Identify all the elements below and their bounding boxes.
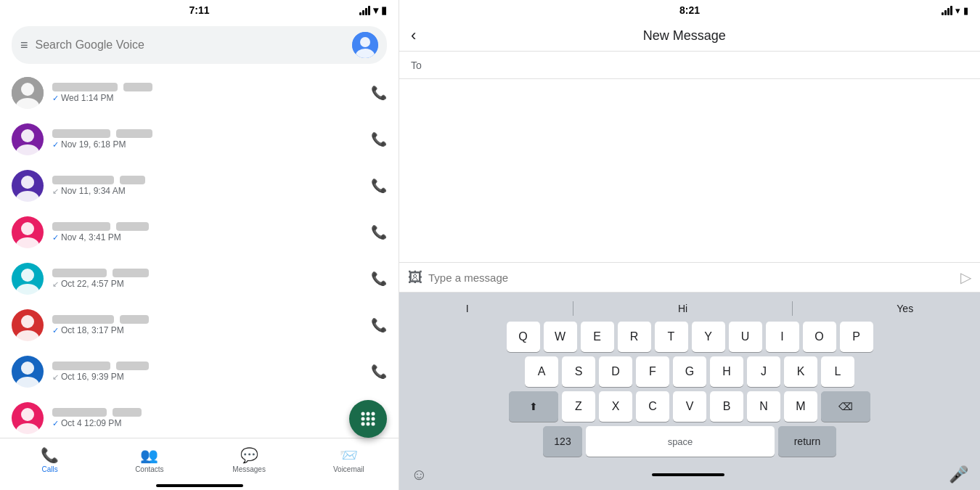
to-input[interactable] — [428, 59, 968, 71]
key-m[interactable]: M — [784, 391, 817, 422]
key-j[interactable]: J — [747, 356, 780, 387]
key-n[interactable]: N — [747, 391, 780, 422]
return-key[interactable]: return — [778, 426, 836, 457]
key-c[interactable]: C — [636, 391, 669, 422]
contact-info: ✓ Nov 4, 3:41 PM — [52, 222, 362, 242]
suggestion-hi[interactable]: Hi — [666, 300, 699, 317]
contact-info: ✓ Nov 19, 6:18 PM — [52, 129, 362, 150]
messages-icon: 💬 — [240, 446, 258, 464]
page-title: New Message — [428, 28, 941, 44]
key-i[interactable]: I — [766, 322, 799, 352]
back-button[interactable]: ‹ — [411, 26, 416, 45]
contact-info: ✓ Oct 18, 3:17 PM — [52, 315, 362, 335]
list-item[interactable]: ✓ Wed 1:14 PM 📞 — [0, 70, 399, 116]
key-y[interactable]: Y — [692, 322, 725, 352]
key-v[interactable]: V — [673, 391, 706, 422]
key-k[interactable]: K — [784, 356, 817, 387]
suggestion-yes[interactable]: Yes — [885, 300, 925, 317]
message-input[interactable] — [428, 271, 955, 284]
svg-point-10 — [21, 176, 34, 189]
menu-icon[interactable]: ≡ — [20, 38, 28, 53]
list-item[interactable]: ↙ Oct 22, 4:57 PM 📞 — [0, 256, 399, 302]
list-item[interactable]: ✓ Oct 4 12:09 PM 📞 — [0, 395, 399, 438]
check-icon: ↙ — [52, 187, 59, 196]
key-x[interactable]: X — [599, 391, 632, 422]
phone-icon[interactable]: 📞 — [371, 85, 387, 101]
contact-time: ✓ Nov 19, 6:18 PM — [52, 139, 362, 150]
wifi-icon: ▾ — [955, 5, 960, 16]
key-o[interactable]: O — [803, 322, 836, 352]
signal-icon — [942, 6, 952, 15]
svg-point-4 — [21, 83, 34, 96]
dialpad-fab[interactable] — [349, 400, 387, 438]
svg-point-16 — [21, 269, 34, 282]
send-button[interactable]: ▷ — [960, 269, 971, 286]
key-t[interactable]: T — [655, 322, 688, 352]
key-w[interactable]: W — [544, 322, 577, 352]
list-item[interactable]: ✓ Oct 18, 3:17 PM 📞 — [0, 302, 399, 348]
key-b[interactable]: B — [710, 391, 743, 422]
nav-voicemail[interactable]: 📨 Voicemail — [299, 446, 399, 473]
key-f[interactable]: F — [636, 356, 669, 387]
new-message-header: ‹ New Message — [399, 20, 980, 52]
svg-point-33 — [362, 417, 365, 421]
list-item[interactable]: ✓ Nov 4, 3:41 PM 📞 — [0, 209, 399, 256]
suggestion-i[interactable]: I — [454, 300, 481, 317]
search-bar[interactable]: ≡ — [12, 26, 387, 64]
contact-info: ↙ Oct 22, 4:57 PM — [52, 269, 362, 289]
avatar — [12, 263, 44, 295]
right-status-icons: ▾ ▮ — [942, 5, 968, 16]
nav-messages[interactable]: 💬 Messages — [200, 446, 299, 473]
key-h[interactable]: H — [710, 356, 743, 387]
contact-time: ✓ Wed 1:14 PM — [52, 93, 362, 103]
avatar[interactable] — [352, 32, 378, 58]
phone-icon[interactable]: 📞 — [371, 364, 387, 380]
contact-info: ✓ Wed 1:14 PM — [52, 83, 362, 103]
num-key[interactable]: 123 — [543, 426, 582, 457]
contact-time: ↙ Nov 11, 9:34 AM — [52, 186, 362, 196]
phone-icon[interactable]: 📞 — [371, 178, 387, 194]
key-r[interactable]: R — [618, 322, 651, 352]
avatar — [12, 216, 44, 248]
emoji-icon[interactable]: ☺ — [411, 465, 427, 484]
message-body — [399, 79, 980, 262]
avatar — [12, 123, 44, 155]
backspace-key[interactable]: ⌫ — [821, 391, 870, 422]
nav-contacts[interactable]: 👥 Contacts — [99, 446, 199, 473]
space-key[interactable]: space — [586, 426, 775, 457]
phone-icon[interactable]: 📞 — [371, 271, 387, 287]
key-a[interactable]: A — [525, 356, 558, 387]
key-s[interactable]: S — [562, 356, 595, 387]
svg-point-32 — [372, 412, 375, 416]
avatar — [12, 170, 44, 202]
svg-point-13 — [21, 222, 34, 235]
status-bar-right: 8:21 ▾ ▮ — [399, 0, 980, 20]
shift-key[interactable]: ⬆ — [509, 391, 558, 422]
phone-icon[interactable]: 📞 — [371, 224, 387, 240]
phone-icon[interactable]: 📞 — [371, 131, 387, 147]
list-item[interactable]: ↙ Nov 11, 9:34 AM 📞 — [0, 163, 399, 209]
nav-calls[interactable]: 📞 Calls — [0, 446, 99, 473]
contact-info: ↙ Nov 11, 9:34 AM — [52, 176, 362, 196]
bottom-nav: 📞 Calls 👥 Contacts 💬 Messages 📨 Voicemai… — [0, 438, 399, 481]
check-icon: ✓ — [52, 419, 59, 428]
phone-icon[interactable]: 📞 — [371, 317, 387, 333]
key-z[interactable]: Z — [562, 391, 595, 422]
key-g[interactable]: G — [673, 356, 706, 387]
key-q[interactable]: Q — [507, 322, 540, 352]
microphone-icon[interactable]: 🎤 — [949, 465, 968, 484]
key-l[interactable]: L — [821, 356, 854, 387]
keyboard-row-4: 123 space return — [402, 426, 977, 457]
key-d[interactable]: D — [599, 356, 632, 387]
image-icon[interactable]: 🖼 — [408, 269, 422, 286]
list-item[interactable]: ↙ Oct 16, 9:39 PM 📞 — [0, 348, 399, 395]
svg-point-34 — [367, 417, 370, 421]
search-input[interactable] — [36, 38, 345, 52]
list-item[interactable]: ✓ Nov 19, 6:18 PM 📞 — [0, 116, 399, 163]
key-u[interactable]: U — [729, 322, 762, 352]
svg-point-19 — [21, 315, 34, 328]
key-p[interactable]: P — [840, 322, 873, 352]
wifi-icon: ▾ — [373, 4, 378, 16]
key-e[interactable]: E — [581, 322, 614, 352]
keyboard-bottom-row: ☺ 🎤 — [402, 461, 977, 487]
